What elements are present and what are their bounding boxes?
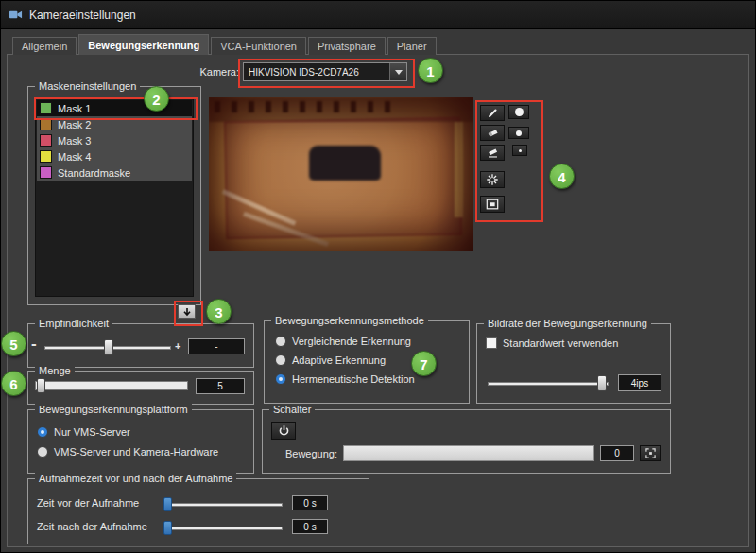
mask-list: Mask 1 Mask 2 Mask 3 Mask 4 Standardmask…	[35, 98, 194, 297]
camera-select-value: HIKVISION IDS-2CD7A26	[244, 67, 389, 78]
amount-slider-track[interactable]	[35, 381, 188, 390]
large-dot-icon	[515, 108, 524, 116]
post-record-slider-track[interactable]	[163, 527, 283, 530]
radio-hermeneutische-detektion[interactable]	[275, 373, 286, 385]
recording-time-group: Aufnahmezeit vor und nach der Aufnahme	[27, 478, 369, 544]
tab-allgemein[interactable]: Allgemein	[12, 37, 77, 55]
radio-label: Nur VMS-Server	[54, 426, 130, 438]
radio-vergleichende-erkennung[interactable]	[275, 336, 286, 347]
eraser-tool-button[interactable]	[480, 125, 505, 141]
motion-threshold-button[interactable]	[640, 445, 661, 461]
radio-label: Hermeneutische Detektion	[292, 373, 415, 385]
arrow-down-icon	[182, 307, 192, 317]
fill-frame-button[interactable]	[480, 196, 505, 213]
pre-record-slider-thumb[interactable]	[163, 497, 172, 511]
mask-color-swatch	[40, 118, 52, 130]
burst-icon	[486, 173, 499, 186]
platform-legend: Bewegungserkennungsplattform	[35, 404, 192, 416]
framerate-group: Bildrate der Bewegungserkennung	[476, 323, 671, 404]
motion-label: Bewegung:	[273, 448, 337, 459]
mask-item-label: Mask 1	[58, 103, 91, 114]
pen-tool-button[interactable]	[480, 105, 505, 121]
chevron-down-icon	[395, 70, 403, 75]
default-framerate-checkbox[interactable]	[486, 337, 497, 349]
mask-color-swatch	[40, 150, 52, 163]
annotation-badge-7: 7	[411, 351, 437, 376]
pre-record-value-field[interactable]: 0 s	[292, 495, 328, 510]
tab-planer[interactable]: Planer	[387, 37, 437, 55]
sensitivity-minus-label: -	[31, 335, 37, 354]
window-icon	[9, 8, 23, 22]
brush-size-medium-button[interactable]	[508, 127, 529, 139]
mask-color-swatch	[40, 102, 52, 114]
pen-icon	[487, 107, 499, 119]
annotation-badge-1: 1	[418, 58, 443, 83]
motion-level-bar	[343, 445, 594, 461]
sensitivity-value-field[interactable]: -	[188, 338, 245, 354]
eraser-icon	[487, 127, 499, 139]
framerate-legend: Bildrate der Bewegungserkennung	[484, 318, 651, 330]
radio-label: Vergleichende Erkennung	[292, 336, 411, 347]
brush-size-small-button[interactable]	[512, 145, 527, 156]
titlebar: Kameraeinstellungen	[1, 1, 756, 29]
mask-list-item-3[interactable]: Mask 3	[37, 132, 192, 148]
window-title: Kameraeinstellungen	[29, 9, 136, 22]
annotation-badge-2: 2	[144, 86, 169, 112]
post-record-label: Zeit nach der Aufnahme	[37, 521, 147, 532]
mask-color-swatch	[40, 134, 52, 147]
switch-group: Schalter	[262, 409, 671, 474]
mask-settings-legend: Maskeneinstellungen	[35, 80, 140, 93]
amount-slider-thumb[interactable]	[37, 378, 45, 393]
clear-mask-button[interactable]	[480, 145, 505, 161]
detection-method-legend: Bewegungserkennungsmethode	[271, 315, 428, 327]
power-toggle-button[interactable]	[271, 422, 296, 440]
annotation-badge-4: 4	[549, 164, 575, 189]
preview-vignette	[209, 97, 473, 251]
mask-item-label: Mask 2	[58, 119, 91, 130]
pre-record-label: Zeit vor der Aufnahme	[37, 497, 139, 509]
framerate-slider-thumb[interactable]	[597, 375, 607, 391]
radio-adaptive-erkennung[interactable]	[275, 354, 286, 366]
framerate-slider-track[interactable]	[488, 382, 609, 386]
post-record-slider-thumb[interactable]	[163, 521, 172, 535]
platform-group: Bewegungserkennungsplattform	[27, 409, 254, 474]
pre-record-slider-track[interactable]	[163, 503, 283, 507]
brush-size-large-button[interactable]	[508, 105, 529, 119]
mask-list-item-1[interactable]: Mask 1	[37, 100, 192, 116]
amount-legend: Menge	[35, 365, 75, 377]
recording-time-legend: Aufnahmezeit vor und nach der Aufnahme	[35, 473, 236, 485]
annotation-badge-6: 6	[1, 371, 26, 396]
annotation-badge-5: 5	[1, 331, 26, 356]
mask-item-label: Mask 3	[58, 135, 91, 147]
image-icon	[486, 198, 499, 211]
post-record-value-field[interactable]: 0 s	[292, 519, 328, 534]
camera-preview-canvas[interactable]	[209, 97, 473, 251]
mask-list-item-5[interactable]: Standardmaske	[37, 164, 192, 181]
crosshair-icon	[645, 448, 656, 458]
annotation-badge-3: 3	[206, 299, 232, 324]
amount-value-field[interactable]: 5	[196, 378, 245, 394]
apply-mask-down-button[interactable]	[178, 304, 196, 319]
radio-label: Adaptive Erkennung	[292, 354, 386, 366]
motion-value-field[interactable]: 0	[600, 445, 634, 461]
switch-legend: Schalter	[269, 404, 315, 416]
medium-dot-icon	[516, 130, 522, 136]
refine-mask-button[interactable]	[480, 171, 505, 188]
radio-vms-und-kamera-hardware[interactable]	[37, 446, 48, 458]
radio-label: VMS-Server und Kamera-Hardware	[54, 446, 218, 458]
small-dot-icon	[519, 149, 522, 152]
camera-select[interactable]: HIKVISION IDS-2CD7A26	[243, 62, 407, 81]
radio-nur-vms-server[interactable]	[37, 426, 48, 438]
power-icon	[278, 424, 290, 437]
tab-privatsphaere[interactable]: Privatsphäre	[308, 37, 386, 55]
sensitivity-slider-thumb[interactable]	[104, 339, 113, 355]
combo-dropdown-button[interactable]	[389, 63, 406, 80]
framerate-value-field[interactable]: 4ips	[618, 374, 662, 391]
mask-list-item-2[interactable]: Mask 2	[37, 116, 192, 132]
mask-list-item-4[interactable]: Mask 4	[37, 148, 192, 164]
tab-vca-funktionen[interactable]: VCA-Funktionen	[211, 37, 306, 55]
default-framerate-label: Standardwert verwenden	[503, 337, 618, 349]
tab-bar: Allgemein Bewegungserkennung VCA-Funktio…	[12, 36, 438, 55]
mask-color-swatch	[40, 166, 52, 179]
tab-bewegungserkennung[interactable]: Bewegungserkennung	[78, 34, 209, 55]
